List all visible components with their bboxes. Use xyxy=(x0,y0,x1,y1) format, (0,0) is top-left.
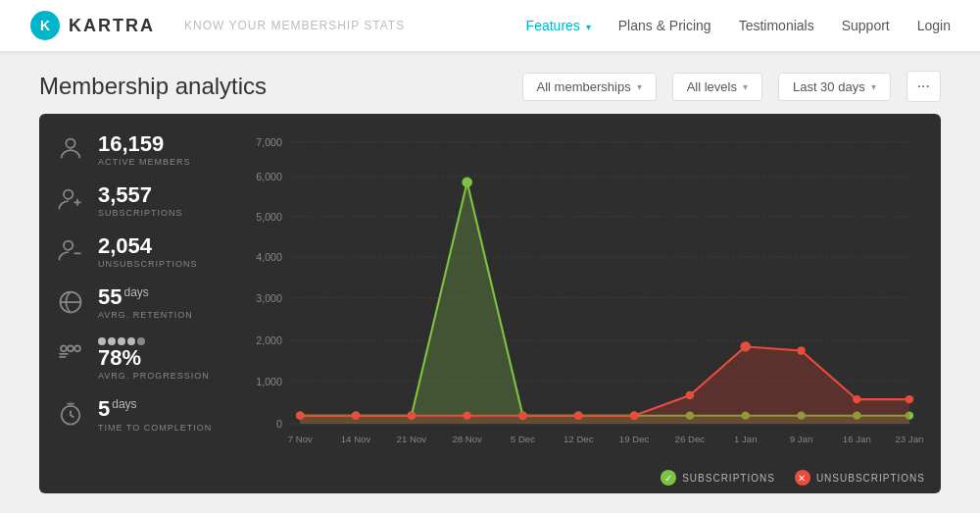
unsubscriptions-value: 2,054 xyxy=(98,235,198,257)
svg-text:12 Dec: 12 Dec xyxy=(564,434,594,444)
unsubscriptions-legend-label: UNSUBSCRIPTIONS xyxy=(816,473,925,484)
svg-point-58 xyxy=(352,412,361,420)
svg-point-11 xyxy=(68,346,74,352)
analytics-panel: 16,159 ACTIVE MEMBERS 3,557 SUBSCRIPTION… xyxy=(39,114,941,493)
unsubscriptions-area xyxy=(300,346,909,424)
svg-text:28 Nov: 28 Nov xyxy=(452,434,482,444)
svg-point-48 xyxy=(462,178,472,187)
completion-label: TIME TO COMPLETION xyxy=(98,423,212,433)
nav-item-testimonials[interactable]: Testimonials xyxy=(739,17,814,34)
svg-text:2,000: 2,000 xyxy=(256,334,282,346)
x-axis: 7 Nov 14 Nov 21 Nov 28 Nov 5 Dec 12 Dec … xyxy=(288,434,924,444)
unsubscriptions-label: UNSUBSCRIPTIONS xyxy=(98,259,198,269)
svg-text:1 Jan: 1 Jan xyxy=(734,434,758,444)
active-members-label: ACTIVE MEMBERS xyxy=(98,157,191,167)
logo: K KARTRA xyxy=(29,10,155,41)
nav-link-features[interactable]: Features ▾ xyxy=(526,18,591,33)
chevron-down-icon: ▾ xyxy=(743,81,748,92)
chart-legend: ✓ SUBSCRIPTIONS ✕ UNSUBSCRIPTIONS xyxy=(661,470,925,486)
logo-text: KARTRA xyxy=(69,16,155,36)
retention-value: 55days xyxy=(98,286,193,308)
user-minus-icon xyxy=(55,235,86,267)
svg-text:K: K xyxy=(40,18,50,33)
stat-subscriptions: 3,557 SUBSCRIPTIONS xyxy=(55,184,229,218)
svg-point-2 xyxy=(66,139,74,148)
svg-text:23 Jan: 23 Jan xyxy=(895,434,923,444)
svg-point-63 xyxy=(630,412,639,420)
svg-text:21 Nov: 21 Nov xyxy=(397,434,427,444)
timer-icon xyxy=(55,398,86,430)
stat-completion: 5days TIME TO COMPLETION xyxy=(55,398,229,432)
svg-text:9 Jan: 9 Jan xyxy=(790,434,813,444)
nav-links: Features ▾ Plans & Pricing Testimonials … xyxy=(526,17,951,34)
stat-active-members: 16,159 ACTIVE MEMBERS xyxy=(55,133,229,167)
nav-link-support[interactable]: Support xyxy=(842,18,890,33)
retention-label: AVRG. RETENTION xyxy=(98,310,193,320)
svg-text:0: 0 xyxy=(276,418,282,430)
chevron-down-icon: ▾ xyxy=(871,81,876,92)
chevron-down-icon: ▾ xyxy=(637,81,642,92)
period-filter-label: Last 30 days xyxy=(793,79,865,94)
nav-promo-text: KNOW YOUR MEMBERSHIP STATS xyxy=(184,19,526,32)
svg-point-68 xyxy=(906,395,914,403)
svg-text:5,000: 5,000 xyxy=(256,211,282,223)
svg-text:3,000: 3,000 xyxy=(256,292,282,304)
chevron-down-icon: ▾ xyxy=(586,22,591,32)
nav-item-login[interactable]: Login xyxy=(917,17,951,34)
svg-text:4,000: 4,000 xyxy=(256,252,282,264)
legend-subscriptions: ✓ SUBSCRIPTIONS xyxy=(661,470,775,486)
period-filter-button[interactable]: Last 30 days ▾ xyxy=(778,73,891,101)
nav-item-support[interactable]: Support xyxy=(842,17,890,34)
svg-text:14 Nov: 14 Nov xyxy=(341,434,371,444)
stats-sidebar: 16,159 ACTIVE MEMBERS 3,557 SUBSCRIPTION… xyxy=(39,114,245,493)
kartra-logo-icon: K xyxy=(29,10,61,41)
svg-rect-14 xyxy=(59,356,66,358)
page-title: Membership analytics xyxy=(39,73,507,100)
svg-text:16 Jan: 16 Jan xyxy=(843,434,871,444)
stat-progression: 78% AVRG. PROGRESSION xyxy=(55,337,229,381)
membership-filter-label: All memberships xyxy=(537,79,631,94)
subscriptions-value: 3,557 xyxy=(98,184,183,206)
svg-point-64 xyxy=(686,391,695,399)
svg-point-12 xyxy=(74,346,80,352)
nav-item-features[interactable]: Features ▾ xyxy=(526,17,591,34)
nav-link-plans[interactable]: Plans & Pricing xyxy=(618,18,711,33)
svg-point-59 xyxy=(408,412,416,420)
subscriptions-legend-label: SUBSCRIPTIONS xyxy=(682,473,775,484)
analytics-chart: 0 1,000 2,000 3,000 4,000 5,000 6,000 7,… xyxy=(253,129,925,454)
globe-users-icon xyxy=(55,286,86,318)
progression-value: 78% xyxy=(98,347,210,369)
nav-link-login[interactable]: Login xyxy=(917,18,951,33)
svg-text:26 Dec: 26 Dec xyxy=(675,434,706,444)
subscriptions-check-icon: ✓ xyxy=(661,470,676,486)
svg-text:19 Dec: 19 Dec xyxy=(619,434,650,444)
nav-item-plans[interactable]: Plans & Pricing xyxy=(618,17,711,34)
progression-label: AVRG. PROGRESSION xyxy=(98,371,210,381)
svg-point-60 xyxy=(463,412,471,420)
analytics-header: Membership analytics All memberships ▾ A… xyxy=(39,71,941,102)
svg-point-10 xyxy=(61,346,67,352)
stat-unsubscriptions: 2,054 UNSUBSCRIPTIONS xyxy=(55,235,229,269)
more-options-button[interactable]: ··· xyxy=(906,71,941,102)
svg-point-66 xyxy=(797,346,806,354)
progression-dots xyxy=(98,337,210,345)
svg-point-57 xyxy=(296,412,305,420)
svg-text:6,000: 6,000 xyxy=(256,171,282,182)
svg-point-62 xyxy=(574,412,583,420)
subscriptions-label: SUBSCRIPTIONS xyxy=(98,208,183,218)
svg-text:1,000: 1,000 xyxy=(256,376,282,387)
chart-area: 0 1,000 2,000 3,000 4,000 5,000 6,000 7,… xyxy=(245,114,941,493)
stat-retention: 55days AVRG. RETENTION xyxy=(55,286,229,320)
svg-text:5 Dec: 5 Dec xyxy=(511,434,535,444)
completion-value: 5days xyxy=(98,398,212,420)
legend-unsubscriptions: ✕ UNSUBSCRIPTIONS xyxy=(795,470,925,486)
unsubscriptions-check-icon: ✕ xyxy=(795,470,810,486)
main-content: Membership analytics All memberships ▾ A… xyxy=(0,51,980,513)
level-filter-button[interactable]: All levels ▾ xyxy=(672,73,762,101)
level-filter-label: All levels xyxy=(687,79,737,94)
membership-filter-button[interactable]: All memberships ▾ xyxy=(522,73,657,101)
nav-link-testimonials[interactable]: Testimonials xyxy=(739,18,814,33)
user-plus-icon xyxy=(55,184,86,216)
svg-point-6 xyxy=(64,241,73,250)
svg-point-61 xyxy=(518,412,527,420)
